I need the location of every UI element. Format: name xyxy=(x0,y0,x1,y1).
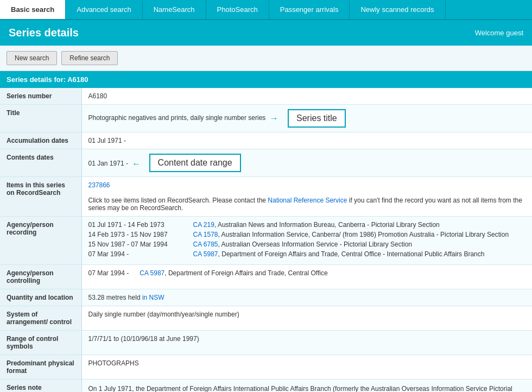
contents-row: Contents dates 01 Jan 1971 - ← Content d… xyxy=(0,149,532,177)
accumulation-value: 01 Jul 1971 - xyxy=(81,132,532,149)
series-number-row: Series number A6180 xyxy=(0,88,532,105)
agency-link-2[interactable]: CA 6785 xyxy=(193,241,218,248)
agency-recording-item-0: 01 Jul 1971 - 14 Feb 1973 CA 219, Austra… xyxy=(88,221,526,229)
range-row: Range of control symbols 1/7/71/1 to (10… xyxy=(0,331,532,355)
items-value: 237866 Click to see items listed on Reco… xyxy=(81,177,532,217)
agency-controlling-date: 07 Mar 1994 - xyxy=(88,269,129,277)
refine-search-button[interactable]: Refine search xyxy=(61,51,118,65)
agency-recording-item-1: 14 Feb 1973 - 15 Nov 1987 CA 1578, Austr… xyxy=(88,231,526,238)
accumulation-row: Accumulation dates 01 Jul 1971 - xyxy=(0,132,532,149)
items-label: Items in this series on RecordSearch xyxy=(0,177,81,217)
series-number-value: A6180 xyxy=(81,88,532,105)
agency-controlling-label: Agency/person controlling xyxy=(0,265,81,289)
tab-newly-scanned[interactable]: Newly scanned records xyxy=(350,0,445,19)
physical-row: Predominant physical format PHOTOGRAPHS xyxy=(0,355,532,380)
tab-advanced-search[interactable]: Advanced search xyxy=(66,0,142,19)
agency-date-3: 07 Mar 1994 - xyxy=(88,250,189,258)
title-text: Photographic negatives and prints, daily… xyxy=(88,114,266,122)
quantity-value: 53.28 metres held in NSW xyxy=(81,289,532,306)
agency-date-0: 01 Jul 1971 - 14 Feb 1973 xyxy=(88,221,189,229)
quantity-location: in NSW xyxy=(142,294,164,301)
quantity-row: Quantity and location 53.28 metres held … xyxy=(0,289,532,306)
tab-basic-search[interactable]: Basic search xyxy=(0,0,66,19)
range-value: 1/7/71/1 to (10/10/96/18 at June 1997) xyxy=(81,331,532,355)
quantity-label: Quantity and location xyxy=(0,289,81,306)
system-row: System of arrangement/ control Daily sin… xyxy=(0,306,532,331)
agency-recording-row: Agency/person recording 01 Jul 1971 - 14… xyxy=(0,217,532,265)
agency-date-1: 14 Feb 1973 - 15 Nov 1987 xyxy=(88,231,189,238)
series-note-value: On 1 July 1971, the Department of Foreig… xyxy=(81,380,532,393)
contents-value: 01 Jan 1971 - ← Content date range xyxy=(81,149,532,177)
series-note-label: Series note xyxy=(0,380,81,393)
system-label: System of arrangement/ control xyxy=(0,306,81,331)
series-note-row: Series note On 1 July 1971, the Departme… xyxy=(0,380,532,393)
title-row: Title Photographic negatives and prints,… xyxy=(0,105,532,132)
items-link[interactable]: 237866 xyxy=(88,181,110,189)
agency-recording-value: 01 Jul 1971 - 14 Feb 1973 CA 219, Austra… xyxy=(81,217,532,265)
range-label: Range of control symbols xyxy=(0,331,81,355)
nav-tabs: Basic search Advanced search NameSearch … xyxy=(0,0,532,20)
agency-recording-label: Agency/person recording xyxy=(0,217,81,265)
items-note-text: Click to see items listed on RecordSearc… xyxy=(88,197,268,204)
agency-detail-1: CA 1578, Australian Information Service,… xyxy=(193,231,509,238)
new-search-button[interactable]: New search xyxy=(7,51,57,65)
agency-link-1[interactable]: CA 1578 xyxy=(193,231,218,238)
tab-passenger-arrivals[interactable]: Passenger arrivals xyxy=(269,0,350,19)
title-value: Photographic negatives and prints, daily… xyxy=(81,105,532,132)
agency-link-3[interactable]: CA 5987 xyxy=(193,250,218,258)
physical-value: PHOTOGRAPHS xyxy=(81,355,532,380)
series-number-label: Series number xyxy=(0,88,81,105)
contents-callout-box: Content date range xyxy=(149,154,241,172)
accumulation-label: Accumulation dates xyxy=(0,132,81,149)
welcome-message: Welcome guest xyxy=(475,29,523,37)
agency-detail-0: CA 219, Australian News and Information … xyxy=(193,221,440,229)
agency-controlling-desc: , Department of Foreign Affairs and Trad… xyxy=(164,269,327,277)
agency-controlling-link[interactable]: CA 5987 xyxy=(140,269,164,277)
agency-date-2: 15 Nov 1987 - 07 Mar 1994 xyxy=(88,241,189,248)
agency-recording-item-3: 07 Mar 1994 - CA 5987, Department of For… xyxy=(88,250,526,258)
series-note-text: On 1 July 1971, the Department of Foreig… xyxy=(88,385,520,392)
content-area: Series details for: A6180 Series number … xyxy=(0,71,532,392)
physical-label: Predominant physical format xyxy=(0,355,81,380)
title-callout-box: Series title xyxy=(288,109,346,128)
tab-name-search[interactable]: NameSearch xyxy=(143,0,206,19)
action-bar: New search Refine search xyxy=(0,46,532,71)
contents-text: 01 Jan 1971 - xyxy=(88,160,128,167)
agency-recording-item-2: 15 Nov 1987 - 07 Mar 1994 CA 6785, Austr… xyxy=(88,241,526,248)
agency-detail-2: CA 6785, Australian Overseas Information… xyxy=(193,241,413,248)
tab-photo-search[interactable]: PhotoSearch xyxy=(206,0,269,19)
page-header: Series details Welcome guest xyxy=(0,20,532,46)
contents-callout-arrow: ← xyxy=(132,159,141,169)
title-callout-arrow: → xyxy=(270,113,278,123)
items-row: Items in this series on RecordSearch 237… xyxy=(0,177,532,217)
title-label: Title xyxy=(0,105,81,132)
page-title: Series details xyxy=(9,27,79,39)
national-reference-link[interactable]: National Reference Service xyxy=(268,197,347,204)
agency-detail-3: CA 5987, Department of Foreign Affairs a… xyxy=(193,250,485,258)
system-value: Daily single number (day/month/year/sing… xyxy=(81,306,532,331)
agency-controlling-row: Agency/person controlling 07 Mar 1994 - … xyxy=(0,265,532,289)
series-details-header: Series details for: A6180 xyxy=(0,71,532,88)
contents-label: Contents dates xyxy=(0,149,81,177)
details-table: Series number A6180 Title Photographic n… xyxy=(0,88,532,392)
agency-link-0[interactable]: CA 219 xyxy=(193,221,214,229)
agency-controlling-value: 07 Mar 1994 - CA 5987, Department of For… xyxy=(81,265,532,289)
